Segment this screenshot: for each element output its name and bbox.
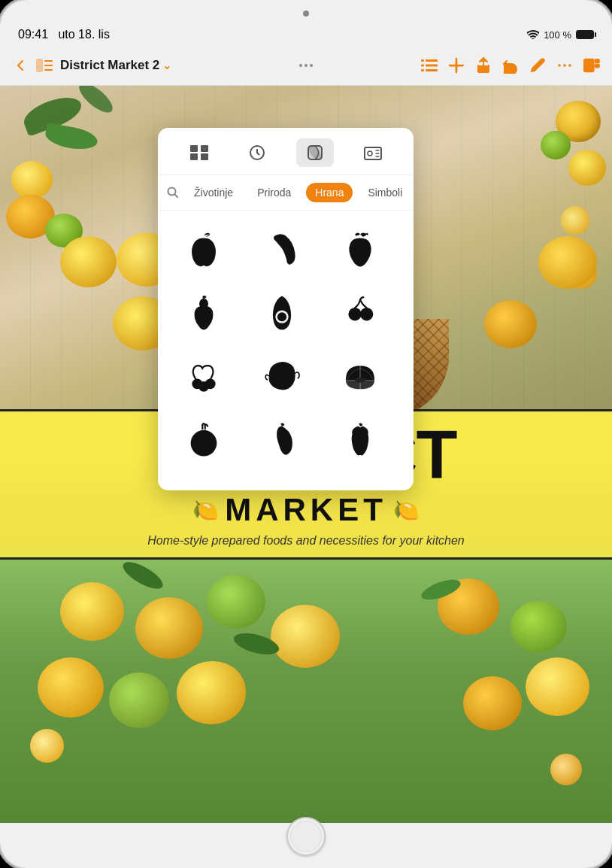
svg-rect-15 [595,64,600,68]
battery-fill [577,31,593,38]
svg-rect-2 [44,65,53,66]
basket-fruit-5 [484,300,537,348]
toolbar-center [299,64,313,67]
icon-banana[interactable] [248,220,316,280]
small-slice-2 [550,754,582,785]
b2-fruit-1 [38,657,104,718]
bottom-leaf-1 [120,560,167,594]
more-button[interactable] [556,57,573,74]
icon-apple[interactable] [170,220,238,280]
title-text: District Market 2 [60,58,159,73]
svg-rect-0 [36,59,43,72]
home-button[interactable] [286,817,326,856]
svg-point-33 [355,378,365,383]
cat-priroda[interactable]: Priroda [248,183,300,202]
icon-pepper[interactable] [326,409,394,469]
market-row: 🍋 MARKET 🍋 [192,492,420,528]
dot-2 [304,64,308,67]
cat-simboli[interactable]: Simboli [359,183,411,202]
svg-point-12 [568,64,571,67]
icon-cherries[interactable] [326,283,394,343]
tab-photo[interactable] [354,138,392,167]
thumbnail-button[interactable] [583,57,600,74]
b-fruit-3 [207,575,265,629]
popup-tab-row [158,128,414,175]
svg-rect-17 [201,145,208,152]
svg-rect-1 [44,60,53,62]
back-button[interactable] [12,57,29,74]
b2-fruit-4 [463,676,522,730]
food-icon-grid [158,211,414,478]
dot-1 [299,64,302,67]
svg-rect-16 [190,145,198,152]
toolbar: District Market 2 ⌄ [0,45,612,86]
status-time: 09:41 uto 18. lis [18,28,110,41]
battery-percent: 100 % [544,29,571,41]
tab-recent[interactable] [238,138,276,167]
category-filter-row: Životinje Priroda Hrana Simboli Obraz [158,175,414,211]
svg-point-34 [191,430,217,457]
svg-rect-18 [190,153,198,160]
sidebar-toggle-button[interactable] [36,57,53,74]
svg-rect-14 [595,59,600,62]
status-right: 100 % [527,29,594,41]
title-chevron-icon: ⌄ [162,59,171,71]
icon-berries[interactable] [170,346,238,406]
svg-rect-8 [421,69,424,71]
wifi-icon [527,30,539,39]
svg-point-10 [558,64,561,67]
icon-strawberry[interactable] [326,220,394,280]
left-lemon-emoji: 🍋 [192,498,219,523]
b2-fruit-5 [526,657,589,716]
undo-button[interactable] [502,57,519,74]
cat-hrana[interactable]: Hrana [306,183,353,202]
list-button[interactable] [421,57,438,74]
icon-orange-half[interactable] [326,346,394,406]
svg-rect-3 [44,69,53,71]
date-label: uto 18. lis [58,28,109,41]
b2-fruit-3 [177,661,246,724]
search-icon[interactable] [167,187,179,199]
b2-fruit-2 [109,672,169,728]
add-button[interactable] [448,57,465,74]
time-label: 09:41 [18,28,48,41]
right-lemon-emoji: 🍋 [393,498,420,523]
svg-point-24 [368,151,372,156]
svg-point-27 [277,312,286,321]
battery-icon [576,30,594,39]
market-heading: MARKET [225,492,387,528]
annotate-button[interactable] [529,57,546,74]
share-button[interactable] [475,57,492,74]
orange-left [11,161,53,199]
tab-grid[interactable] [180,138,218,167]
tab-sticker[interactable] [296,138,334,167]
icon-chili[interactable] [248,409,316,469]
icon-avocado[interactable] [248,283,316,343]
icon-pear[interactable] [170,283,238,343]
document-title[interactable]: District Market 2 ⌄ [60,58,171,73]
cat-zivotinje[interactable]: Životinje [185,183,242,202]
pile-fruit-1 [60,236,117,287]
toolbar-right [421,57,600,74]
b-fruit-2 [135,597,203,659]
bottom-bg [0,560,612,823]
status-bar: 09:41 uto 18. lis 100 % [0,24,612,45]
svg-point-32 [205,378,216,389]
svg-rect-7 [426,64,438,66]
b-fruit-4 [271,605,340,668]
svg-point-29 [360,308,373,320]
toolbar-dots [299,64,313,67]
toolbar-left: District Market 2 ⌄ [12,57,421,74]
b-fruit-1 [60,582,124,641]
home-button-inner [290,821,322,852]
svg-rect-9 [426,69,438,71]
lime-top-right [541,131,571,159]
svg-rect-13 [584,59,594,71]
orange-top-right-2 [568,150,606,186]
b-fruit-6 [511,601,567,652]
icon-tomato[interactable] [170,409,238,469]
icon-lemon[interactable] [248,346,316,406]
pile-fruit-7 [538,236,597,289]
svg-rect-5 [426,59,438,62]
camera-dot [303,11,309,17]
